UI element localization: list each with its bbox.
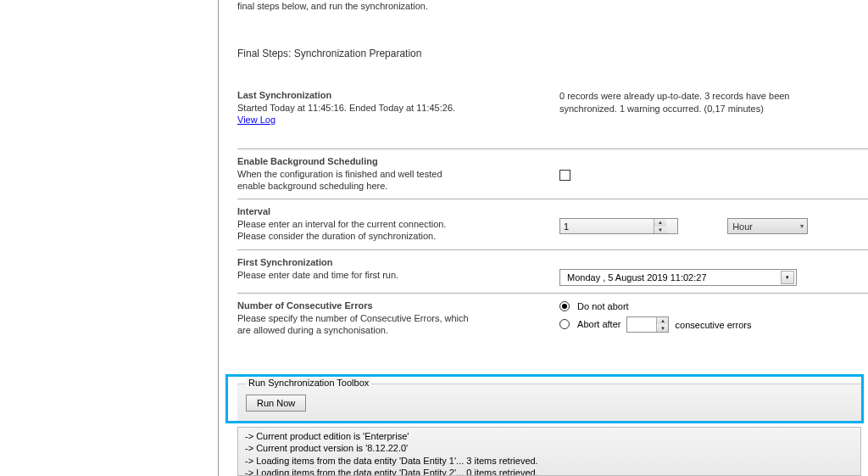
final-steps-heading: Final Steps: Synchronization Preparation bbox=[237, 48, 853, 59]
last-sync-status: Started Today at 11:45:16. Ended Today a… bbox=[237, 102, 542, 114]
first-sync-section: First Synchronization Please enter date … bbox=[222, 250, 868, 293]
interval-desc1: Please enter an interval for the current… bbox=[237, 218, 542, 230]
abort-after-label-pre: Abort after bbox=[577, 319, 620, 329]
last-sync-heading: Last Synchronization bbox=[237, 90, 542, 100]
log-line: -> Loading items from the data entity 'D… bbox=[245, 455, 854, 467]
bg-sched-desc1: When the configuration is finished and w… bbox=[237, 168, 542, 180]
main-content: final steps below, and run the synchroni… bbox=[222, 0, 868, 476]
toolbox-group: Run Synchronization Toolbox Run Now bbox=[237, 384, 861, 421]
intro-text: final steps below, and run the synchroni… bbox=[237, 0, 853, 12]
spin-btns[interactable]: ▲ ▼ bbox=[656, 317, 668, 332]
spin-up-icon[interactable]: ▲ bbox=[654, 219, 666, 227]
view-log-link[interactable]: View Log bbox=[237, 115, 275, 125]
interval-section: Interval Please enter an interval for th… bbox=[222, 199, 868, 249]
last-sync-left: Last Synchronization Started Today at 11… bbox=[237, 90, 559, 124]
abort-after-spinner[interactable]: ▲ ▼ bbox=[626, 316, 669, 333]
run-now-button[interactable]: Run Now bbox=[246, 395, 306, 412]
interval-left: Interval Please enter an interval for th… bbox=[237, 206, 559, 243]
log-line: -> Current product edition is 'Enterpris… bbox=[245, 430, 854, 442]
log-output: -> Current product edition is 'Enterpris… bbox=[237, 427, 861, 476]
last-sync-section: Last Synchronization Started Today at 11… bbox=[222, 76, 868, 148]
spin-btns[interactable]: ▲ ▼ bbox=[654, 219, 666, 233]
consec-opt1-row: Do not abort bbox=[559, 300, 853, 311]
spin-down-icon[interactable]: ▼ bbox=[657, 324, 668, 332]
log-line: -> Current product version is '8.12.22.0… bbox=[245, 442, 854, 454]
abort-after-input[interactable] bbox=[627, 317, 656, 332]
toolbox-legend: Run Synchronization Toolbox bbox=[246, 378, 371, 388]
first-sync-desc: Please enter date and time for first run… bbox=[237, 269, 542, 281]
consec-heading: Number of Consecutive Errors bbox=[237, 300, 542, 311]
interval-right: ▲ ▼ Hour ▾ bbox=[559, 206, 853, 243]
interval-heading: Interval bbox=[237, 206, 542, 216]
consec-desc1: Please specify the number of Consecutive… bbox=[237, 312, 542, 324]
bg-sched-desc2: enable background scheduling here. bbox=[237, 180, 542, 192]
log-line: -> Loading items from the data entity 'D… bbox=[245, 467, 854, 476]
consec-left: Number of Consecutive Errors Please spec… bbox=[237, 300, 559, 337]
do-not-abort-radio[interactable] bbox=[559, 301, 570, 311]
interval-spinner[interactable]: ▲ ▼ bbox=[559, 218, 678, 234]
first-sync-heading: First Synchronization bbox=[237, 257, 542, 267]
first-sync-right: Monday , 5 August 2019 11:02:27 ▾ bbox=[559, 257, 853, 286]
abort-after-label-post: consecutive errors bbox=[676, 319, 752, 329]
left-sidebar bbox=[0, 0, 219, 476]
last-sync-summary: 0 records were already up-to-date. 3 rec… bbox=[559, 90, 805, 115]
spin-down-icon[interactable]: ▼ bbox=[654, 227, 666, 234]
bg-sched-checkbox[interactable] bbox=[559, 170, 570, 181]
first-sync-left: First Synchronization Please enter date … bbox=[237, 257, 559, 286]
calendar-dropdown-icon[interactable]: ▾ bbox=[781, 271, 794, 284]
bg-sched-heading: Enable Background Scheduling bbox=[237, 156, 542, 166]
bg-sched-left: Enable Background Scheduling When the co… bbox=[237, 156, 559, 193]
intro-partial-row: final steps below, and run the synchroni… bbox=[222, 0, 868, 12]
interval-input[interactable] bbox=[560, 219, 654, 233]
do-not-abort-label: Do not abort bbox=[577, 301, 629, 311]
first-sync-datetime[interactable]: Monday , 5 August 2019 11:02:27 ▾ bbox=[559, 269, 797, 286]
interval-unit-select[interactable]: Hour ▾ bbox=[727, 218, 808, 234]
consec-opt2-row: Abort after ▲ ▼ consecutive errors bbox=[559, 316, 853, 333]
interval-unit-value: Hour bbox=[732, 221, 753, 232]
last-sync-right: 0 records were already up-to-date. 3 rec… bbox=[559, 90, 853, 124]
datetime-value: Monday , 5 August 2019 11:02:27 bbox=[567, 272, 707, 283]
final-steps-row: Final Steps: Synchronization Preparation bbox=[222, 12, 868, 76]
spin-up-icon[interactable]: ▲ bbox=[657, 317, 668, 325]
chevron-down-icon: ▾ bbox=[800, 222, 804, 230]
abort-after-radio[interactable] bbox=[559, 319, 570, 329]
bg-sched-section: Enable Background Scheduling When the co… bbox=[222, 149, 868, 199]
consec-right: Do not abort Abort after ▲ ▼ consecutive… bbox=[559, 300, 853, 337]
consec-errors-section: Number of Consecutive Errors Please spec… bbox=[222, 294, 868, 350]
bg-sched-right bbox=[559, 156, 853, 193]
consec-desc2: are allowed during a synchonisation. bbox=[237, 324, 542, 336]
interval-desc2: Please consider the duration of synchron… bbox=[237, 230, 542, 242]
